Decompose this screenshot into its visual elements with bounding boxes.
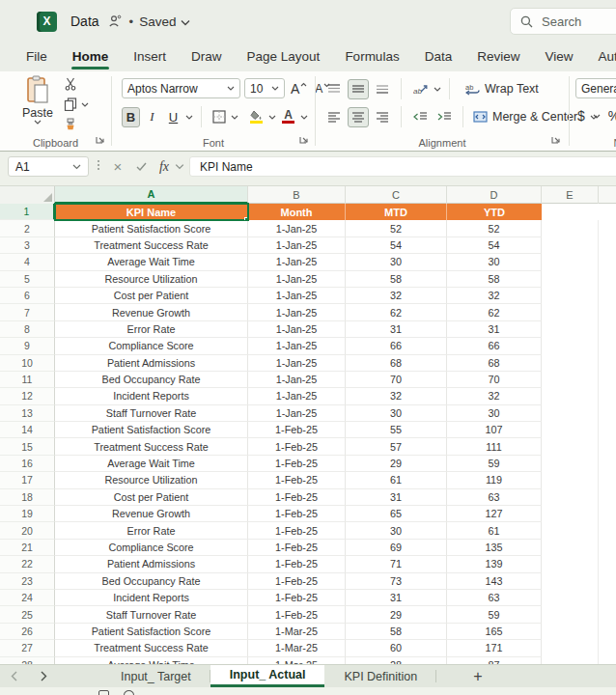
row-header-19[interactable]: 19 [0,506,55,522]
cell-B14[interactable]: 1-Feb-25 [248,422,346,438]
cell-A8[interactable]: Error Rate [55,321,248,338]
cell-D16[interactable]: 59 [447,456,542,472]
cell-C6[interactable]: 32 [346,288,447,304]
cell-F16[interactable] [599,456,616,472]
cell-D7[interactable]: 62 [447,304,542,320]
fill-color-button[interactable] [247,107,266,127]
row-header-16[interactable]: 16 [0,456,55,472]
cell-C18[interactable]: 31 [346,489,447,506]
cell-D23[interactable]: 143 [447,573,542,590]
sheet-nav-next-icon[interactable] [29,665,58,687]
search-input[interactable]: Search [510,8,616,35]
cell-D26[interactable]: 165 [447,624,542,640]
cell-C10[interactable]: 68 [346,355,447,372]
italic-button[interactable]: I [143,107,161,127]
ribbon-tab-review[interactable]: Review [464,44,532,70]
cell-F28[interactable] [599,657,616,664]
row-header-4[interactable]: 4 [0,254,55,270]
cell-F18[interactable] [599,489,616,506]
cell-B7[interactable]: 1-Jan-25 [248,304,346,320]
formula-bar-drag-handle[interactable] [98,160,99,170]
fx-chevron-down-icon[interactable] [175,156,184,177]
cell-C14[interactable]: 55 [346,422,447,438]
currency-format-button[interactable]: $ [577,108,585,124]
cell-C15[interactable]: 57 [346,438,447,455]
name-box[interactable]: A1 [8,156,89,177]
cell-D11[interactable]: 70 [447,372,542,388]
fill-handle[interactable] [244,217,248,220]
cell-C16[interactable]: 29 [346,456,447,472]
cell-B9[interactable]: 1-Jan-25 [248,338,346,354]
cell-F13[interactable] [599,405,616,422]
cell-E6[interactable] [542,288,599,304]
cell-D9[interactable]: 66 [447,338,542,354]
cell-D19[interactable]: 127 [447,506,542,522]
row-header-10[interactable]: 10 [0,355,55,372]
cell-A6[interactable]: Cost per Patient [55,288,248,304]
row-header-9[interactable]: 9 [0,338,55,354]
keyboard-icon[interactable] [98,690,109,695]
cell-A4[interactable]: Average Wait Time [55,254,248,270]
ribbon-tab-insert[interactable]: Insert [121,44,179,70]
row-header-20[interactable]: 20 [0,522,55,539]
cell-C11[interactable]: 70 [346,372,447,388]
cell-E11[interactable] [542,372,599,388]
cell-A18[interactable]: Cost per Patient [55,489,248,506]
cell-A12[interactable]: Incident Reports [55,388,248,404]
cell-F17[interactable] [599,472,616,488]
cell-B13[interactable]: 1-Jan-25 [248,405,346,422]
cell-B23[interactable]: 1-Feb-25 [248,573,346,590]
row-header-28[interactable]: 28 [0,657,55,664]
cell-B17[interactable]: 1-Feb-25 [248,472,346,488]
ribbon-tab-data[interactable]: Data [412,44,465,70]
cell-D14[interactable]: 107 [447,422,542,438]
column-header-A[interactable]: A [55,186,248,204]
cell-E25[interactable] [542,606,599,623]
cell-D17[interactable]: 119 [447,472,542,488]
column-header-E[interactable]: E [542,186,599,204]
cell-B8[interactable]: 1-Jan-25 [248,321,346,338]
cell-E14[interactable] [542,422,599,438]
cell-D4[interactable]: 30 [447,254,542,270]
merge-center-button[interactable]: Merge & Center [473,110,577,124]
wrap-text-button[interactable]: ab Wrap Text [465,82,539,96]
cell-D8[interactable]: 31 [447,321,542,338]
cell-F3[interactable] [599,237,616,254]
currency-chevron-down-icon[interactable] [593,114,601,119]
cell-F14[interactable] [599,422,616,438]
cell-E26[interactable] [542,624,599,640]
cell-D5[interactable]: 58 [447,271,542,288]
formula-input[interactable]: KPI Name [189,156,616,177]
cell-B18[interactable]: 1-Feb-25 [248,489,346,506]
ribbon-tab-automate[interactable]: Automate [585,44,616,70]
align-bottom-button[interactable] [372,79,393,99]
row-header-12[interactable]: 12 [0,388,55,404]
cell-F7[interactable] [599,304,616,320]
row-header-7[interactable]: 7 [0,304,55,320]
cell-A1[interactable]: KPI Name [55,204,248,220]
cell-A3[interactable]: Treatment Success Rate [55,237,248,254]
sheet-nav-prev-icon[interactable] [0,665,29,687]
cell-E21[interactable] [542,540,599,556]
cell-D25[interactable]: 59 [447,606,542,623]
cell-B6[interactable]: 1-Jan-25 [248,288,346,304]
cell-A13[interactable]: Staff Turnover Rate [55,405,248,422]
cell-E3[interactable] [542,237,599,254]
row-header-5[interactable]: 5 [0,271,55,288]
row-header-27[interactable]: 27 [0,640,55,656]
column-header-D[interactable]: D [447,186,542,204]
cell-F23[interactable] [599,573,616,590]
cell-C9[interactable]: 66 [346,338,447,354]
cell-E24[interactable] [542,590,599,606]
cell-B4[interactable]: 1-Jan-25 [248,254,346,270]
cell-F4[interactable] [599,254,616,270]
cell-C1[interactable]: MTD [346,204,447,220]
cell-D2[interactable]: 52 [447,220,542,236]
accessibility-icon[interactable] [124,690,134,695]
row-header-26[interactable]: 26 [0,624,55,640]
cell-F6[interactable] [599,288,616,304]
add-sheet-button[interactable]: + [460,665,495,687]
cell-E1[interactable] [542,204,599,220]
cell-B15[interactable]: 1-Feb-25 [248,438,346,455]
cell-D27[interactable]: 171 [447,640,542,656]
